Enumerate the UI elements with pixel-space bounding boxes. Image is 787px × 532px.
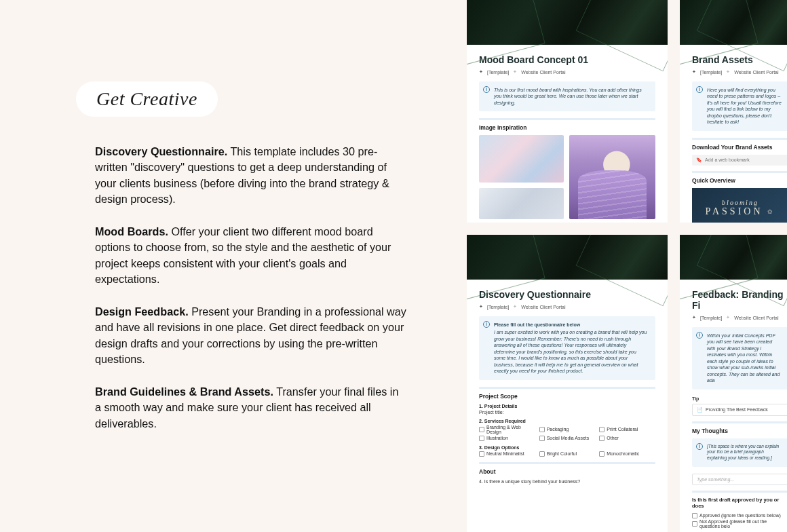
- checkbox[interactable]: Packaging: [539, 425, 596, 434]
- paragraph-brand-assets: Brand Guidelines & Brand Assets. Transfe…: [95, 384, 407, 432]
- tip-label: Tip: [692, 396, 787, 401]
- field-label: Project title:: [479, 410, 655, 415]
- section-heading: Download Your Brand Assets: [692, 144, 787, 151]
- info-callout: i This is our first mood board with insp…: [479, 81, 655, 111]
- preview-feedback-branding: Feedback: Branding Fi ✦ [Template] ✦ Web…: [680, 235, 787, 532]
- cover-image: [680, 0, 787, 45]
- breadcrumb: ✦ [Template] ✦ Website Client Portal: [479, 69, 655, 75]
- paragraph-feedback: Design Feedback. Present your Branding i…: [95, 304, 407, 368]
- checkbox[interactable]: Neutral Minimalist: [479, 451, 535, 457]
- section-heading: Quick Overview: [692, 177, 787, 184]
- preview-mood-board: Mood Board Concept 01 ✦ [Template] ✦ Web…: [467, 0, 668, 223]
- preview-grid: Mood Board Concept 01 ✦ [Template] ✦ Web…: [467, 0, 787, 532]
- sparkle-icon: ✦: [479, 304, 483, 309]
- section-heading: About: [479, 468, 655, 475]
- checkbox-group: Neutral Minimalist Bright Colorful Monoc…: [479, 451, 655, 457]
- sparkle-icon: ✦: [479, 69, 483, 75]
- info-icon: i: [483, 86, 490, 93]
- checkbox[interactable]: Other: [599, 436, 655, 441]
- info-icon: i: [696, 86, 703, 93]
- info-callout: i Here you will find everything you need…: [692, 81, 787, 131]
- checkbox[interactable]: Branding & Web Design: [479, 425, 535, 434]
- checkbox[interactable]: Bright Colorful: [539, 451, 596, 457]
- inspiration-image: [479, 135, 564, 183]
- info-callout: i Within your Initial Concepts PDF you w…: [692, 327, 787, 390]
- checkbox[interactable]: Social Media Assets: [539, 436, 596, 441]
- info-icon: i: [696, 332, 703, 339]
- text-input[interactable]: Type something...: [692, 474, 787, 485]
- preview-brand-assets: Brand Assets ✦ [Template] ✦ Website Clie…: [680, 0, 787, 223]
- info-icon: i: [483, 321, 490, 328]
- breadcrumb: ✦ [Template] ✦ Website Client Portal: [479, 304, 655, 309]
- breadcrumb: ✦ [Template] ✦ Website Client Portal: [692, 315, 787, 320]
- document-icon: 📄: [697, 407, 703, 413]
- page-title: Discovery Questionnaire: [479, 289, 655, 300]
- sparkle-icon: ✦: [692, 315, 696, 320]
- sparkle-icon: ✦: [692, 69, 696, 75]
- question-heading: Is this first draft approved by you or d…: [692, 497, 787, 509]
- add-bookmark-button[interactable]: 🔖 Add a web bookmark: [692, 155, 787, 166]
- question-heading: 2. Services Required: [479, 419, 655, 423]
- breadcrumb: ✦ [Template] ✦ Website Client Portal: [692, 69, 787, 75]
- info-icon: i: [696, 443, 703, 450]
- file-link[interactable]: 📄 Providing The Best Feedback: [692, 404, 787, 416]
- page-title: Mood Board Concept 01: [479, 54, 655, 65]
- heading-chip: Get Creative: [76, 81, 218, 117]
- heading-text: Get Creative: [96, 88, 197, 109]
- cover-image: [467, 0, 668, 45]
- checkbox-group: Branding & Web Design Packaging Print Co…: [479, 425, 655, 441]
- checkbox[interactable]: Approved (ignore the questions below): [692, 513, 787, 518]
- question-text: 4. Is there a unique story behind your b…: [479, 479, 655, 484]
- paragraph-discovery: Discovery Questionnaire. This template i…: [95, 144, 407, 208]
- brand-preview-image: blooming PASSION: [692, 188, 787, 223]
- marketing-text-column: Get Creative Discovery Questionnaire. Th…: [0, 0, 434, 448]
- image-gallery: [479, 135, 655, 219]
- section-heading: Project Scope: [479, 393, 655, 400]
- inspiration-image: [569, 135, 655, 219]
- cover-image: [680, 235, 787, 280]
- section-heading: My Thoughts: [692, 428, 787, 434]
- preview-discovery-questionnaire: Discovery Questionnaire ✦ [Template] ✦ W…: [467, 235, 668, 532]
- bookmark-icon: 🔖: [696, 157, 702, 163]
- info-callout: i Please fill out the questionnaire belo…: [479, 316, 655, 380]
- checkbox[interactable]: Monochromatic: [599, 451, 655, 457]
- section-heading: Image Inspiration: [479, 124, 655, 131]
- question-heading: 3. Design Options: [479, 445, 655, 450]
- inspiration-image: [479, 188, 564, 219]
- checkbox[interactable]: Print Collateral: [599, 425, 655, 434]
- cover-image: [467, 235, 668, 280]
- note-callout: i [This space is where you can explain y…: [692, 438, 787, 467]
- checkbox[interactable]: Not Approved (please fill out the questi…: [692, 519, 787, 529]
- paragraph-moodboards: Mood Boards. Offer your client two diffe…: [95, 224, 407, 288]
- question-heading: 1. Project Details: [479, 404, 655, 408]
- checkbox[interactable]: Illustration: [479, 436, 535, 441]
